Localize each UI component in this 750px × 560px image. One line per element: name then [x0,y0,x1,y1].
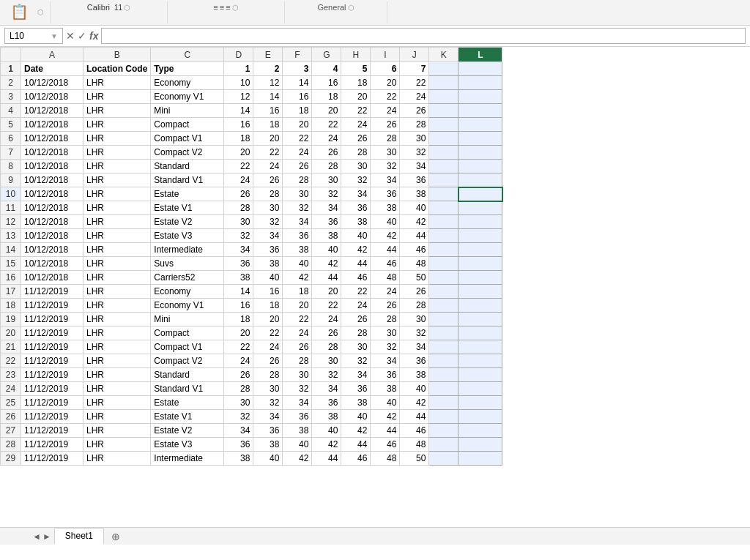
cell-K9[interactable] [429,173,458,187]
cell-H10[interactable]: 34 [341,187,371,201]
cell-K7[interactable] [429,146,458,160]
row-header[interactable]: 28 [1,438,21,452]
cell-I22[interactable]: 34 [371,354,400,368]
cell-A1[interactable]: Date [21,62,83,76]
cell-J26[interactable]: 44 [400,410,429,424]
cell-A13[interactable]: 10/12/2018 [21,229,83,243]
tab-next-icon[interactable]: ► [42,531,51,542]
cell-I3[interactable]: 22 [371,90,400,104]
cell-G10[interactable]: 32 [312,187,341,201]
cell-G1[interactable]: 4 [312,62,341,76]
cell-I10[interactable]: 36 [371,187,400,201]
cell-E8[interactable]: 24 [253,160,283,173]
row-header[interactable]: 23 [1,368,21,382]
cell-A17[interactable]: 11/12/2019 [21,285,83,299]
cell-F1[interactable]: 3 [283,62,312,76]
cell-I21[interactable]: 32 [371,340,400,354]
cell-G15[interactable]: 42 [312,257,341,271]
cell-G13[interactable]: 38 [312,229,341,243]
cell-H14[interactable]: 42 [341,243,371,257]
cell-F18[interactable]: 20 [283,299,312,313]
cell-J29[interactable]: 50 [400,452,429,466]
cell-L13[interactable] [458,229,502,243]
formula-input[interactable] [101,28,746,44]
cell-E18[interactable]: 18 [253,299,283,313]
cell-D17[interactable]: 14 [224,285,253,299]
row-header[interactable]: 16 [1,271,21,285]
cell-D8[interactable]: 22 [224,160,253,173]
cell-A15[interactable]: 10/12/2018 [21,257,83,271]
cell-H15[interactable]: 44 [341,257,371,271]
cell-L3[interactable] [458,90,502,104]
cell-C20[interactable]: Compact [151,326,224,340]
cell-C12[interactable]: Estate V2 [151,215,224,229]
cell-I16[interactable]: 48 [371,271,400,285]
cell-H25[interactable]: 38 [341,396,371,410]
cell-I8[interactable]: 32 [371,160,400,173]
cell-K2[interactable] [429,76,458,90]
cell-A22[interactable]: 11/12/2019 [21,354,83,368]
cell-B26[interactable]: LHR [83,410,151,424]
cell-I17[interactable]: 24 [371,285,400,299]
row-header[interactable]: 18 [1,299,21,313]
cell-J15[interactable]: 48 [400,257,429,271]
cell-L22[interactable] [458,354,502,368]
font-size[interactable]: 11 [114,4,122,12]
cell-F24[interactable]: 32 [283,382,312,396]
cell-B5[interactable]: LHR [83,118,151,132]
col-header-J[interactable]: J [400,48,429,62]
cell-A27[interactable]: 11/12/2019 [21,424,83,438]
cell-B24[interactable]: LHR [83,382,151,396]
col-header-H[interactable]: H [341,48,371,62]
cell-D23[interactable]: 26 [224,368,253,382]
sheet-tab-sheet1[interactable]: Sheet1 [54,528,104,545]
cell-B9[interactable]: LHR [83,173,151,187]
row-header[interactable]: 26 [1,410,21,424]
cell-B10[interactable]: LHR [83,187,151,201]
cell-L29[interactable] [458,452,502,466]
align-right-icon[interactable]: ≡ [226,3,230,12]
cell-F11[interactable]: 32 [283,201,312,215]
cell-K12[interactable] [429,215,458,229]
cell-A16[interactable]: 10/12/2018 [21,271,83,285]
cell-H29[interactable]: 46 [341,452,371,466]
col-header-E[interactable]: E [253,48,283,62]
row-header[interactable]: 11 [1,201,21,215]
cell-C24[interactable]: Standard V1 [151,382,224,396]
cell-G22[interactable]: 30 [312,354,341,368]
cell-C23[interactable]: Standard [151,368,224,382]
cell-J14[interactable]: 46 [400,243,429,257]
row-header[interactable]: 27 [1,424,21,438]
cell-K1[interactable] [429,62,458,76]
cell-A28[interactable]: 11/12/2019 [21,438,83,452]
row-header[interactable]: 15 [1,257,21,271]
cell-J21[interactable]: 34 [400,340,429,354]
row-header[interactable]: 19 [1,313,21,326]
cell-H16[interactable]: 46 [341,271,371,285]
cell-K27[interactable] [429,424,458,438]
cell-H5[interactable]: 24 [341,118,371,132]
cell-L6[interactable] [458,132,502,146]
cell-E11[interactable]: 30 [253,201,283,215]
add-sheet-button[interactable]: ⊕ [105,529,126,545]
cell-E6[interactable]: 20 [253,132,283,146]
cell-H20[interactable]: 28 [341,326,371,340]
cell-K14[interactable] [429,243,458,257]
cell-K18[interactable] [429,299,458,313]
cell-K16[interactable] [429,271,458,285]
cell-E14[interactable]: 36 [253,243,283,257]
cell-K13[interactable] [429,229,458,243]
cell-F13[interactable]: 36 [283,229,312,243]
cell-G17[interactable]: 20 [312,285,341,299]
cell-J20[interactable]: 32 [400,326,429,340]
cell-E13[interactable]: 34 [253,229,283,243]
cell-L1[interactable] [458,62,502,76]
row-header[interactable]: 1 [1,62,21,76]
row-header[interactable]: 9 [1,173,21,187]
cell-reference-box[interactable]: L10 ▼ [4,28,63,44]
cell-F3[interactable]: 16 [283,90,312,104]
cell-B15[interactable]: LHR [83,257,151,271]
cell-F15[interactable]: 40 [283,257,312,271]
cell-E21[interactable]: 24 [253,340,283,354]
col-header-C[interactable]: C [151,48,224,62]
